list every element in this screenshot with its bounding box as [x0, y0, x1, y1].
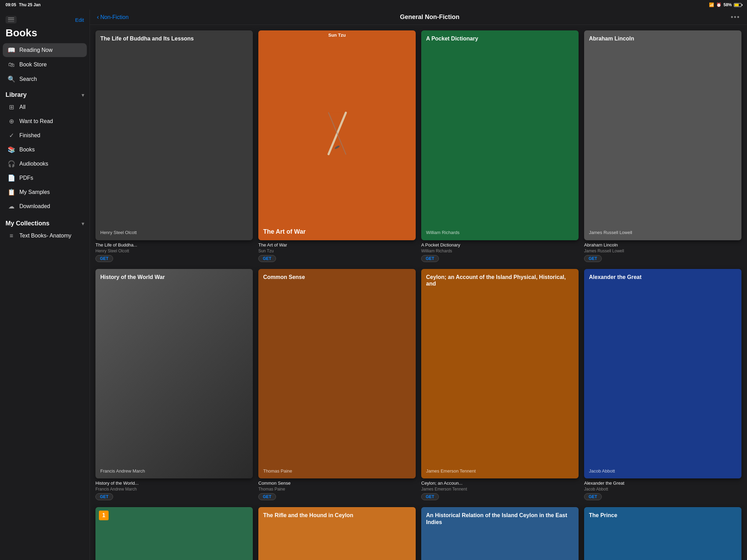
book-cover[interactable]: A Pocket Dictionary William Richards: [421, 30, 579, 240]
sidebar-item-book-store[interactable]: 🛍 Book Store: [3, 58, 87, 72]
book-title: Common Sense: [258, 480, 416, 486]
sidebar-item-label: All: [19, 104, 26, 110]
list-item[interactable]: The Life of Buddha and Its Lessons Henry…: [95, 30, 253, 262]
book-cover-title: The Art of War: [263, 228, 411, 235]
book-cover-title: Common Sense: [263, 274, 411, 280]
book-cover[interactable]: Abraham Lincoln James Russell Lowell: [584, 30, 741, 240]
sidebar-item-reading-now[interactable]: 📖 Reading Now: [3, 43, 87, 57]
sidebar-collapse-button[interactable]: [6, 16, 17, 24]
book-info: A Pocket Dictionary William Richards GET: [421, 242, 579, 262]
book-cover[interactable]: Common Sense Thomas Paine: [258, 269, 416, 479]
library-title: Library: [6, 91, 27, 99]
grid-icon: ⊞: [8, 103, 15, 111]
sidebar-item-all[interactable]: ⊞ All: [3, 100, 87, 114]
book-author: Thomas Paine: [258, 487, 416, 492]
sidebar-item-label: Downloaded: [19, 203, 50, 209]
book-cover[interactable]: Ceylon; an Account of the Island Physica…: [421, 269, 579, 479]
book-cover-title: The Prince: [589, 512, 737, 519]
sidebar-item-label: Text Books- Anatomy: [19, 233, 71, 239]
status-time: 09:05: [6, 2, 16, 7]
sidebar: Edit Books 📖 Reading Now 🛍 Book Store 🔍 …: [0, 0, 90, 560]
battery-icon: [734, 3, 741, 7]
sidebar-item-downloaded[interactable]: ☁ Downloaded: [3, 199, 87, 213]
list-item[interactable]: Sun Tzu The Art of War The Art of War Su…: [258, 30, 416, 262]
book-title: A Pocket Dictionary: [421, 242, 579, 248]
book-cover[interactable]: The Life of Buddha and Its Lessons Henry…: [95, 30, 253, 240]
status-bar: 09:05 Thu 25 Jan 📶 ⏰ 58%: [0, 0, 747, 10]
book-cover-title: A Pocket Dictionary: [426, 35, 574, 42]
book-title: Alexander the Great: [584, 480, 741, 486]
sidebar-item-label: Books: [19, 147, 35, 153]
get-button[interactable]: GET: [421, 255, 439, 262]
list-item[interactable]: Alexander the Great Jacob Abbott Alexand…: [584, 269, 741, 501]
list-item[interactable]: Common Sense Thomas Paine Common Sense T…: [258, 269, 416, 501]
get-button[interactable]: GET: [258, 255, 276, 262]
sidebar-item-audiobooks[interactable]: 🎧 Audiobooks: [3, 157, 87, 171]
sidebar-item-my-samples[interactable]: 📋 My Samples: [3, 185, 87, 199]
book-cover[interactable]: Sun Tzu The Art of War: [258, 30, 416, 240]
sidebar-item-pdfs[interactable]: 📄 PDFs: [3, 171, 87, 185]
book-cover-title: Abraham Lincoln: [589, 35, 737, 42]
get-button[interactable]: GET: [258, 493, 276, 500]
status-day: Thu 25 Jan: [19, 2, 41, 7]
unity-badge: 1: [99, 511, 109, 520]
battery-fill: [735, 4, 739, 6]
get-button[interactable]: GET: [95, 493, 113, 500]
list-item[interactable]: Abraham Lincoln James Russell Lowell Abr…: [584, 30, 741, 262]
sidebar-item-want-to-read[interactable]: ⊕ Want to Read: [3, 114, 87, 128]
book-grid-container: The Life of Buddha and Its Lessons Henry…: [90, 25, 747, 560]
book-cover-author: James Emerson Tennent: [426, 468, 574, 474]
edit-button[interactable]: Edit: [75, 17, 84, 23]
get-button[interactable]: GET: [584, 255, 602, 262]
book-title: The Life of Buddha...: [95, 242, 253, 248]
list-item[interactable]: A Pocket Dictionary William Richards A P…: [421, 30, 579, 262]
book-cover-title: The Life of Buddha and Its Lessons: [100, 35, 248, 42]
sidebar-item-finished[interactable]: ✓ Finished: [3, 129, 87, 142]
book-cover[interactable]: History of the World War Francis Andrew …: [95, 269, 253, 479]
book-cover[interactable]: Alexander the Great Jacob Abbott: [584, 269, 741, 479]
library-items: ⊞ All ⊕ Want to Read ✓ Finished 📚 Books …: [0, 100, 90, 214]
sidebar-item-search[interactable]: 🔍 Search: [3, 72, 87, 86]
list-item[interactable]: Ceylon; an Account of the Island Physica…: [421, 269, 579, 501]
list-item[interactable]: The Rifle and the Hound in Ceylon The Ri…: [258, 507, 416, 560]
sidebar-toggle-icon: [8, 18, 14, 22]
book-cover-author: Francis Andrew March: [100, 468, 248, 474]
list-item[interactable]: 1 Unity & Diversity of Life on Earth Uni…: [95, 507, 253, 560]
get-button[interactable]: GET: [584, 493, 602, 500]
book-cover[interactable]: 1 Unity & Diversity of Life on Earth: [95, 507, 253, 560]
back-button[interactable]: ‹ Non-Fiction: [97, 13, 129, 21]
collections-section-header[interactable]: My Collections ▾: [0, 215, 90, 228]
book-author: James Emerson Tennent: [421, 487, 579, 492]
book-cover-title: History of the World War: [100, 274, 248, 280]
sidebar-item-label: Finished: [19, 132, 40, 139]
sidebar-item-text-books-anatomy[interactable]: ≡ Text Books- Anatomy: [3, 229, 87, 243]
circle-plus-icon: ⊕: [8, 118, 15, 125]
book-open-icon: 📖: [8, 46, 15, 54]
back-label: Non-Fiction: [100, 14, 129, 20]
book-cover-title: An Historical Relation of the Island Cey…: [426, 512, 574, 525]
get-button[interactable]: GET: [421, 493, 439, 500]
library-section-header[interactable]: Library ▾: [0, 86, 90, 100]
list-item[interactable]: History of the World War Francis Andrew …: [95, 269, 253, 501]
sidebar-item-label: PDFs: [19, 175, 33, 181]
book-cover-author: Henry Steel Olcott: [100, 230, 248, 235]
cloud-download-icon: ☁: [8, 203, 15, 210]
book-cover-author: James Russell Lowell: [589, 230, 737, 235]
book-info: Ceylon; an Accoun... James Emerson Tenne…: [421, 480, 579, 500]
list-item[interactable]: An Historical Relation of the Island Cey…: [421, 507, 579, 560]
book-info: The Art of War Sun Tzu GET: [258, 242, 416, 262]
book-author: Francis Andrew March: [95, 487, 253, 492]
more-options-icon[interactable]: •••: [731, 13, 740, 21]
get-button[interactable]: GET: [95, 255, 113, 262]
status-right: 📶 ⏰ 58%: [709, 2, 741, 7]
book-cover[interactable]: The Rifle and the Hound in Ceylon: [258, 507, 416, 560]
sidebar-item-label: My Samples: [19, 189, 50, 195]
book-cover-author: Sun Tzu: [258, 32, 416, 38]
book-info: The Life of Buddha... Henry Steel Olcott…: [95, 242, 253, 262]
list-item[interactable]: The Prince The Prince GET: [584, 507, 741, 560]
book-cover[interactable]: An Historical Relation of the Island Cey…: [421, 507, 579, 560]
book-author: Jacob Abbott: [584, 487, 741, 492]
sword-decoration: [258, 30, 416, 240]
sidebar-item-books[interactable]: 📚 Books: [3, 143, 87, 157]
book-cover[interactable]: The Prince: [584, 507, 741, 560]
